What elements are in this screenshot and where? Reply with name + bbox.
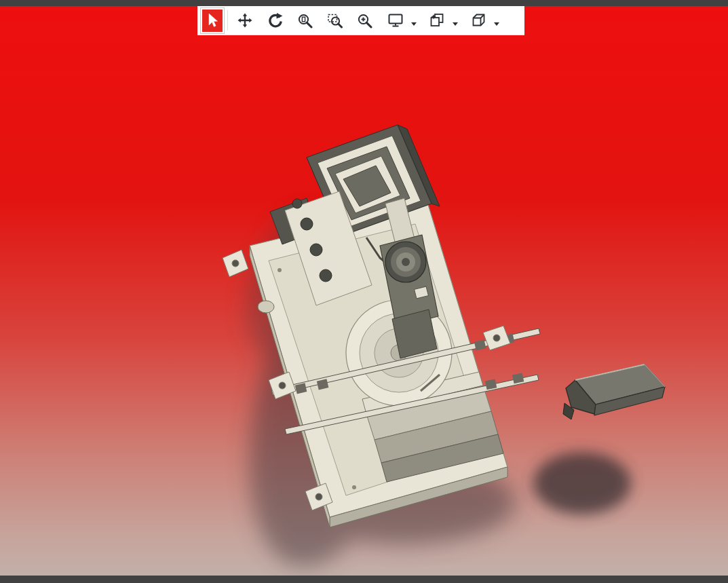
pan-tool-icon	[237, 12, 253, 29]
cover-shadow	[533, 452, 631, 514]
3d-viewport[interactable]	[0, 0, 728, 583]
zoom-to-fit-button[interactable]	[291, 8, 318, 33]
app-window	[0, 0, 728, 583]
zoom-button[interactable]	[351, 8, 378, 33]
scene-canvas	[0, 0, 728, 583]
display-mode-button[interactable]	[382, 8, 409, 33]
rotate-tool-icon	[267, 12, 284, 29]
view-orientation-dropdown-caret[interactable]	[494, 22, 499, 26]
window-bottom-strip	[0, 576, 728, 583]
standard-views-group[interactable]	[422, 8, 461, 33]
zoom-icon	[357, 13, 372, 29]
standard-views-icon	[429, 12, 445, 29]
window-top-strip	[0, 0, 728, 6]
view-toolbar	[197, 6, 524, 35]
select-tool-icon	[205, 12, 220, 29]
select-tool-button[interactable]	[201, 8, 224, 33]
display-mode-dropdown-caret[interactable]	[411, 22, 417, 26]
standard-views-button[interactable]	[423, 8, 451, 33]
zoom-to-fit-icon	[297, 13, 313, 29]
view-orientation-button[interactable]	[465, 8, 492, 33]
standard-views-dropdown-caret[interactable]	[453, 22, 458, 26]
display-mode-icon	[387, 12, 404, 29]
pan-tool-button[interactable]	[231, 8, 258, 33]
view-orientation-icon	[470, 12, 486, 29]
zoom-to-area-icon	[327, 13, 343, 29]
view-orientation-group[interactable]	[463, 8, 502, 33]
toolbar-divider	[227, 10, 228, 31]
zoom-to-area-button[interactable]	[321, 8, 348, 33]
cover-part[interactable]	[563, 364, 665, 419]
display-mode-group[interactable]	[381, 8, 419, 33]
rotate-tool-button[interactable]	[261, 8, 288, 33]
